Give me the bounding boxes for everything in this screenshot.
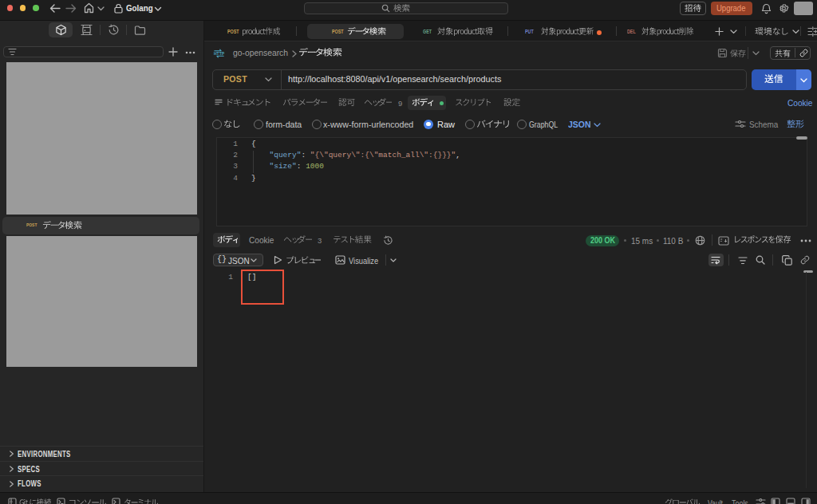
- svg-text:HTTP: HTTP: [214, 51, 225, 56]
